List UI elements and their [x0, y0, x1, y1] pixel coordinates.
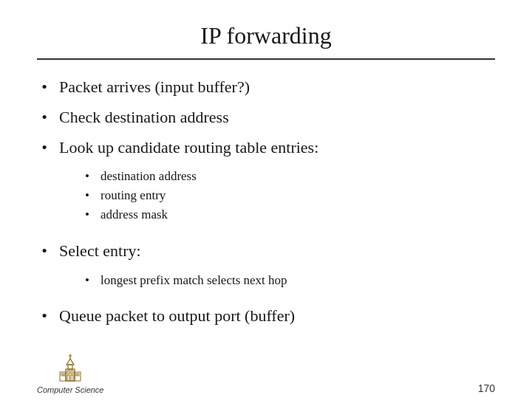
- svg-rect-13: [75, 374, 77, 376]
- divider: [37, 58, 495, 60]
- sub-bullet-3-1-text: destination address: [100, 168, 197, 185]
- svg-rect-12: [64, 374, 65, 376]
- sub-bullet-3-3: • address mask: [81, 206, 495, 224]
- page-number: 170: [478, 382, 495, 394]
- bullet-4-text: Select entry:: [59, 240, 141, 263]
- bullet-1-dot: •: [37, 76, 52, 99]
- sub-bullet-3-1: • destination address: [81, 168, 495, 185]
- svg-marker-6: [66, 359, 74, 365]
- footer: Computer Science 170: [37, 341, 495, 394]
- logo-text: Computer Science: [37, 385, 104, 394]
- bullet-5: • Queue packet to output port (buffer): [37, 305, 495, 328]
- sub-bullet-4-1: • longest prefix match selects next hop: [81, 272, 495, 289]
- bullet-3-text: Look up candidate routing table entries:: [59, 137, 318, 159]
- svg-rect-2: [71, 371, 73, 374]
- sub-bullet-3-2: • routing entry: [81, 187, 495, 205]
- sub-bullets-4: • longest prefix match selects next hop: [81, 272, 495, 289]
- slide: IP forwarding • Packet arrives (input bu…: [0, 0, 532, 409]
- sub-bullets-3: • destination address • routing entry • …: [81, 168, 495, 223]
- bullet-2: • Check destination address: [37, 106, 495, 129]
- svg-rect-3: [67, 375, 69, 381]
- slide-title: IP forwarding: [37, 22, 495, 49]
- svg-rect-1: [67, 371, 69, 374]
- sub-bullet-3-2-text: routing entry: [100, 187, 166, 205]
- sub-bullet-4-1-text: longest prefix match selects next hop: [100, 272, 287, 289]
- sub-bullet-3-1-dot: •: [81, 168, 93, 185]
- ucl-logo-icon: [52, 348, 88, 384]
- sub-bullet-4-1-dot: •: [81, 272, 93, 289]
- bullet-2-text: Check destination address: [59, 106, 229, 129]
- logo-area: Computer Science: [37, 348, 104, 394]
- bullet-1-text: Packet arrives (input buffer?): [59, 76, 250, 99]
- bullet-5-dot: •: [37, 305, 52, 328]
- sub-bullet-3-3-text: address mask: [100, 206, 168, 224]
- bullet-4-dot: •: [37, 240, 52, 263]
- bullet-1: • Packet arrives (input buffer?): [37, 76, 495, 99]
- bullet-5-text: Queue packet to output port (buffer): [59, 305, 295, 328]
- sub-bullet-3-2-dot: •: [81, 187, 93, 205]
- bullet-4: • Select entry:: [37, 240, 495, 263]
- bullet-2-dot: •: [37, 106, 52, 129]
- content-area: • Packet arrives (input buffer?) • Check…: [37, 76, 495, 341]
- svg-rect-11: [61, 374, 63, 376]
- sub-bullet-3-3-dot: •: [81, 206, 93, 224]
- svg-rect-5: [68, 365, 72, 369]
- bullet-3: • Look up candidate routing table entrie…: [37, 137, 495, 159]
- svg-rect-4: [71, 375, 73, 381]
- svg-rect-14: [78, 374, 79, 376]
- bullet-3-dot: •: [37, 137, 52, 159]
